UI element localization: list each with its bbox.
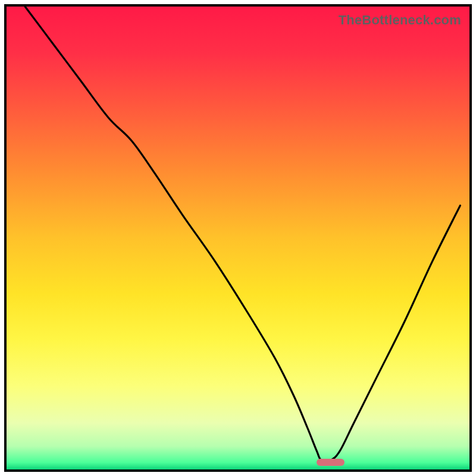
optimal-marker: [317, 459, 345, 466]
bottleneck-chart: [7, 7, 469, 469]
attribution-text: TheBottleneck.com: [339, 12, 461, 28]
chart-frame: TheBottleneck.com: [4, 4, 472, 472]
